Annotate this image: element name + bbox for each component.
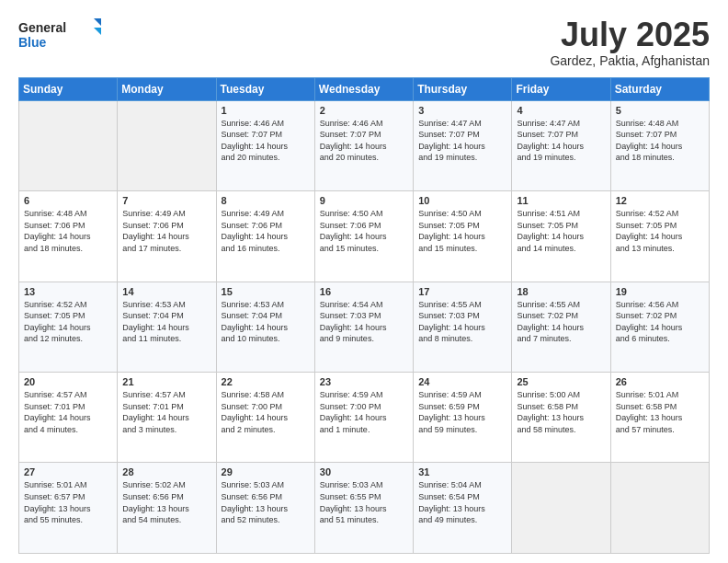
month-title: July 2025	[550, 17, 710, 53]
day-info: Sunrise: 5:03 AM Sunset: 6:55 PM Dayligh…	[320, 479, 408, 525]
day-cell: 28Sunrise: 5:02 AM Sunset: 6:56 PM Dayli…	[118, 463, 216, 554]
day-number: 13	[24, 286, 112, 297]
day-info: Sunrise: 4:52 AM Sunset: 7:05 PM Dayligh…	[616, 208, 704, 254]
svg-marker-2	[94, 18, 101, 26]
svg-text:Blue: Blue	[18, 35, 47, 50]
day-number: 16	[320, 286, 408, 297]
day-info: Sunrise: 4:47 AM Sunset: 7:07 PM Dayligh…	[418, 118, 506, 164]
day-cell: 15Sunrise: 4:53 AM Sunset: 7:04 PM Dayli…	[216, 282, 314, 372]
day-info: Sunrise: 4:57 AM Sunset: 7:01 PM Dayligh…	[24, 389, 112, 435]
day-cell: 4Sunrise: 4:47 AM Sunset: 7:07 PM Daylig…	[512, 100, 610, 190]
day-info: Sunrise: 4:50 AM Sunset: 7:05 PM Dayligh…	[418, 208, 506, 254]
header-day-tuesday: Tuesday	[216, 77, 314, 100]
day-info: Sunrise: 4:46 AM Sunset: 7:07 PM Dayligh…	[222, 118, 310, 164]
day-number: 23	[320, 376, 408, 387]
day-cell: 26Sunrise: 5:01 AM Sunset: 6:58 PM Dayli…	[610, 373, 709, 463]
day-number: 14	[122, 286, 210, 297]
day-info: Sunrise: 4:47 AM Sunset: 7:07 PM Dayligh…	[517, 118, 605, 164]
day-cell: 21Sunrise: 4:57 AM Sunset: 7:01 PM Dayli…	[118, 373, 216, 463]
svg-marker-3	[94, 28, 101, 35]
day-number: 4	[517, 105, 605, 116]
day-cell: 24Sunrise: 4:59 AM Sunset: 6:59 PM Dayli…	[414, 373, 512, 463]
day-number: 3	[418, 105, 506, 116]
day-cell: 27Sunrise: 5:01 AM Sunset: 6:57 PM Dayli…	[19, 463, 118, 554]
day-number: 17	[418, 286, 506, 297]
day-info: Sunrise: 4:55 AM Sunset: 7:02 PM Dayligh…	[517, 299, 605, 345]
day-number: 29	[222, 466, 310, 477]
day-cell: 10Sunrise: 4:50 AM Sunset: 7:05 PM Dayli…	[414, 191, 512, 282]
day-number: 7	[122, 195, 210, 206]
day-cell: 23Sunrise: 4:59 AM Sunset: 7:00 PM Dayli…	[314, 373, 413, 463]
day-number: 1	[222, 105, 310, 116]
day-info: Sunrise: 5:00 AM Sunset: 6:58 PM Dayligh…	[517, 389, 605, 435]
header-day-saturday: Saturday	[610, 77, 709, 100]
header-day-friday: Friday	[512, 77, 610, 100]
day-number: 19	[616, 286, 704, 297]
day-number: 11	[517, 195, 605, 206]
day-cell	[19, 100, 118, 190]
day-number: 10	[418, 195, 506, 206]
week-row-1: 1Sunrise: 4:46 AM Sunset: 7:07 PM Daylig…	[19, 100, 710, 190]
header-day-wednesday: Wednesday	[314, 77, 413, 100]
day-number: 30	[320, 466, 408, 477]
day-cell: 3Sunrise: 4:47 AM Sunset: 7:07 PM Daylig…	[414, 100, 512, 190]
day-info: Sunrise: 5:03 AM Sunset: 6:56 PM Dayligh…	[222, 479, 310, 525]
day-info: Sunrise: 4:59 AM Sunset: 7:00 PM Dayligh…	[320, 389, 408, 435]
day-info: Sunrise: 4:52 AM Sunset: 7:05 PM Dayligh…	[24, 299, 112, 345]
day-cell: 14Sunrise: 4:53 AM Sunset: 7:04 PM Dayli…	[118, 282, 216, 372]
day-info: Sunrise: 4:54 AM Sunset: 7:03 PM Dayligh…	[320, 299, 408, 345]
day-cell: 13Sunrise: 4:52 AM Sunset: 7:05 PM Dayli…	[19, 282, 118, 372]
day-info: Sunrise: 4:57 AM Sunset: 7:01 PM Dayligh…	[122, 389, 210, 435]
day-info: Sunrise: 5:01 AM Sunset: 6:58 PM Dayligh…	[616, 389, 704, 435]
header-row: SundayMondayTuesdayWednesdayThursdayFrid…	[19, 77, 710, 100]
week-row-2: 6Sunrise: 4:48 AM Sunset: 7:06 PM Daylig…	[19, 191, 710, 282]
day-info: Sunrise: 4:46 AM Sunset: 7:07 PM Dayligh…	[320, 118, 408, 164]
week-row-4: 20Sunrise: 4:57 AM Sunset: 7:01 PM Dayli…	[19, 373, 710, 463]
day-info: Sunrise: 4:51 AM Sunset: 7:05 PM Dayligh…	[517, 208, 605, 254]
day-number: 5	[616, 105, 704, 116]
day-number: 2	[320, 105, 408, 116]
day-info: Sunrise: 4:48 AM Sunset: 7:06 PM Dayligh…	[24, 208, 112, 254]
day-cell: 11Sunrise: 4:51 AM Sunset: 7:05 PM Dayli…	[512, 191, 610, 282]
week-row-5: 27Sunrise: 5:01 AM Sunset: 6:57 PM Dayli…	[19, 463, 710, 554]
day-cell: 22Sunrise: 4:58 AM Sunset: 7:00 PM Dayli…	[216, 373, 314, 463]
day-info: Sunrise: 4:49 AM Sunset: 7:06 PM Dayligh…	[222, 208, 310, 254]
day-info: Sunrise: 4:55 AM Sunset: 7:03 PM Dayligh…	[418, 299, 506, 345]
day-info: Sunrise: 4:50 AM Sunset: 7:06 PM Dayligh…	[320, 208, 408, 254]
day-number: 9	[320, 195, 408, 206]
day-number: 25	[517, 376, 605, 387]
day-number: 6	[24, 195, 112, 206]
day-cell: 5Sunrise: 4:48 AM Sunset: 7:07 PM Daylig…	[610, 100, 709, 190]
day-number: 28	[122, 466, 210, 477]
logo: General Blue	[18, 17, 101, 52]
day-cell: 7Sunrise: 4:49 AM Sunset: 7:06 PM Daylig…	[118, 191, 216, 282]
day-cell: 31Sunrise: 5:04 AM Sunset: 6:54 PM Dayli…	[414, 463, 512, 554]
day-cell: 1Sunrise: 4:46 AM Sunset: 7:07 PM Daylig…	[216, 100, 314, 190]
header-day-thursday: Thursday	[414, 77, 512, 100]
day-cell: 30Sunrise: 5:03 AM Sunset: 6:55 PM Dayli…	[314, 463, 413, 554]
title-block: July 2025 Gardez, Paktia, Afghanistan	[550, 17, 710, 68]
day-number: 27	[24, 466, 112, 477]
day-info: Sunrise: 5:04 AM Sunset: 6:54 PM Dayligh…	[418, 479, 506, 525]
day-cell	[118, 100, 216, 190]
day-number: 20	[24, 376, 112, 387]
calendar: SundayMondayTuesdayWednesdayThursdayFrid…	[18, 77, 710, 554]
day-cell: 19Sunrise: 4:56 AM Sunset: 7:02 PM Dayli…	[610, 282, 709, 372]
svg-text:General: General	[18, 20, 66, 35]
day-cell: 6Sunrise: 4:48 AM Sunset: 7:06 PM Daylig…	[19, 191, 118, 282]
day-info: Sunrise: 4:48 AM Sunset: 7:07 PM Dayligh…	[616, 118, 704, 164]
day-info: Sunrise: 4:53 AM Sunset: 7:04 PM Dayligh…	[222, 299, 310, 345]
day-cell: 9Sunrise: 4:50 AM Sunset: 7:06 PM Daylig…	[314, 191, 413, 282]
header: General Blue July 2025 Gardez, Paktia, A…	[18, 17, 710, 68]
day-cell: 20Sunrise: 4:57 AM Sunset: 7:01 PM Dayli…	[19, 373, 118, 463]
day-cell: 17Sunrise: 4:55 AM Sunset: 7:03 PM Dayli…	[414, 282, 512, 372]
day-number: 21	[122, 376, 210, 387]
day-cell: 2Sunrise: 4:46 AM Sunset: 7:07 PM Daylig…	[314, 100, 413, 190]
day-cell	[610, 463, 709, 554]
day-number: 8	[222, 195, 310, 206]
week-row-3: 13Sunrise: 4:52 AM Sunset: 7:05 PM Dayli…	[19, 282, 710, 372]
day-cell: 29Sunrise: 5:03 AM Sunset: 6:56 PM Dayli…	[216, 463, 314, 554]
day-cell: 18Sunrise: 4:55 AM Sunset: 7:02 PM Dayli…	[512, 282, 610, 372]
day-number: 24	[418, 376, 506, 387]
day-cell: 8Sunrise: 4:49 AM Sunset: 7:06 PM Daylig…	[216, 191, 314, 282]
